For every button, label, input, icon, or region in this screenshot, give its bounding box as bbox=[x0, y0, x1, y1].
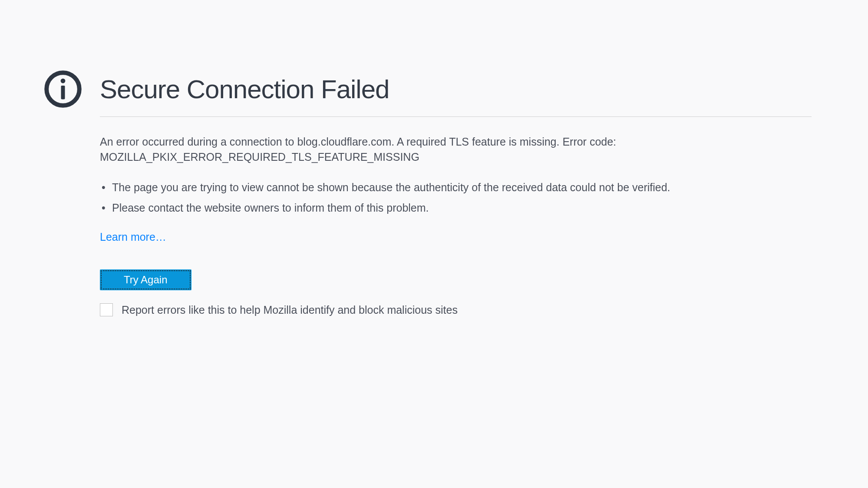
try-again-button[interactable]: Try Again bbox=[100, 269, 191, 290]
header-row: Secure Connection Failed bbox=[43, 70, 812, 109]
bullet-item: Please contact the website owners to inf… bbox=[100, 200, 812, 216]
content-area: An error occurred during a connection to… bbox=[100, 116, 812, 316]
error-message: An error occurred during a connection to… bbox=[100, 134, 812, 165]
report-checkbox-label[interactable]: Report errors like this to help Mozilla … bbox=[122, 304, 458, 316]
divider bbox=[100, 116, 812, 117]
bullet-list: The page you are trying to view cannot b… bbox=[100, 180, 812, 216]
learn-more-link[interactable]: Learn more… bbox=[100, 231, 166, 243]
svg-point-1 bbox=[61, 79, 66, 83]
report-checkbox[interactable] bbox=[100, 303, 113, 316]
bullet-item: The page you are trying to view cannot b… bbox=[100, 180, 812, 195]
error-page-container: Secure Connection Failed An error occurr… bbox=[43, 70, 812, 316]
page-title: Secure Connection Failed bbox=[100, 74, 389, 104]
report-checkbox-row: Report errors like this to help Mozilla … bbox=[100, 303, 812, 316]
svg-rect-2 bbox=[61, 86, 65, 100]
info-icon bbox=[43, 70, 83, 109]
